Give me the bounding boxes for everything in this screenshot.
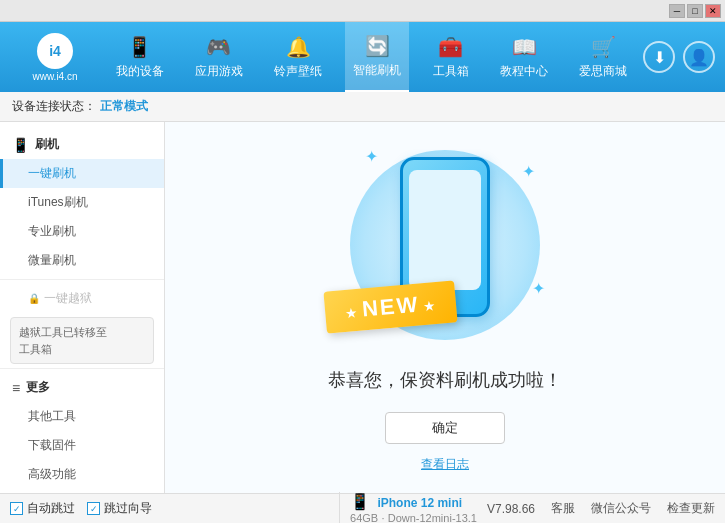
download-button[interactable]: ⬇: [643, 41, 675, 73]
sidebar: 📱 刷机 一键刷机 iTunes刷机 专业刷机 微量刷机 🔒 一键越狱 越狱工具…: [0, 122, 165, 493]
flash-section-icon: 📱: [12, 137, 29, 153]
itunes-flash-label: iTunes刷机: [28, 195, 88, 209]
sidebar-divider-2: [0, 368, 164, 369]
success-illustration: ✦ ✦ ✦ NEW: [335, 142, 555, 348]
bottom-right: V7.98.66 客服 微信公众号 检查更新: [487, 500, 715, 517]
nav-item-smart-shop-label: 智能刷机: [353, 62, 401, 79]
logo-area[interactable]: i4 www.i4.cn: [10, 33, 100, 82]
nav-item-ringtones[interactable]: 🔔 铃声壁纸: [266, 22, 330, 92]
sidebar-item-one-click-flash[interactable]: 一键刷机: [0, 159, 164, 188]
jailbreak-section-label: 一键越狱: [44, 290, 92, 307]
one-click-flash-label: 一键刷机: [28, 166, 76, 180]
lock-icon: 🔒: [28, 293, 40, 304]
nav-item-tutorials[interactable]: 📖 教程中心: [492, 22, 556, 92]
sidebar-section-flash[interactable]: 📱 刷机: [0, 130, 164, 159]
nav-item-apps-games[interactable]: 🎮 应用游戏: [187, 22, 251, 92]
nav-item-toolbox-label: 工具箱: [433, 63, 469, 80]
sidebar-item-pro-flash[interactable]: 专业刷机: [0, 217, 164, 246]
nav-item-my-device-label: 我的设备: [116, 63, 164, 80]
content-area: ✦ ✦ ✦ NEW 恭喜您，保资料刷机成功啦！ 确定 查看日志: [165, 122, 725, 493]
account-button[interactable]: 👤: [683, 41, 715, 73]
apps-games-icon: 🎮: [206, 35, 231, 59]
version-label: V7.98.66: [487, 502, 535, 516]
advanced-label: 高级功能: [28, 467, 76, 481]
smart-shop-icon: 🔄: [365, 34, 390, 58]
more-section-label: 更多: [26, 379, 50, 396]
sparkle-1: ✦: [365, 147, 378, 166]
logo-symbol: i4: [49, 43, 61, 59]
device-capacity: 64GB: [350, 512, 378, 523]
nav-item-my-device[interactable]: 📱 我的设备: [108, 22, 172, 92]
customer-service-link[interactable]: 客服: [551, 500, 575, 517]
maximize-button[interactable]: □: [687, 4, 703, 18]
sidebar-divider-1: [0, 279, 164, 280]
my-device-icon: 📱: [127, 35, 152, 59]
nav-item-tutorials-label: 教程中心: [500, 63, 548, 80]
device-icon: 📱: [350, 493, 370, 510]
auto-skip-checkbox-box[interactable]: [10, 502, 23, 515]
bottom-bar: 自动跳过 跳过向导 📱 iPhone 12 mini 64GB · Down-1…: [0, 493, 725, 523]
minimize-button[interactable]: ─: [669, 4, 685, 18]
feedback-link[interactable]: 查看日志: [421, 456, 469, 473]
skip-guide-label: 跳过向导: [104, 500, 152, 517]
confirm-button[interactable]: 确定: [385, 412, 505, 444]
wechat-public-link[interactable]: 微信公众号: [591, 500, 651, 517]
nav-items: 📱 我的设备 🎮 应用游戏 🔔 铃声壁纸 🔄 智能刷机 🧰 工具箱 📖 教程中心…: [100, 22, 643, 92]
status-value: 正常模式: [100, 98, 148, 115]
nav-item-smart-shop[interactable]: 🔄 智能刷机: [345, 22, 409, 92]
checkbox-area: 自动跳过 跳过向导: [10, 500, 329, 517]
titlebar: ─ □ ✕: [0, 0, 725, 22]
sidebar-item-advanced[interactable]: 高级功能: [0, 460, 164, 489]
sidebar-item-itunes-flash[interactable]: iTunes刷机: [0, 188, 164, 217]
sidebar-item-other-tools[interactable]: 其他工具: [0, 402, 164, 431]
device-name: iPhone 12 mini: [377, 496, 462, 510]
device-info: 📱 iPhone 12 mini 64GB · Down-12mini-13.1: [339, 492, 477, 523]
sparkle-2: ✦: [522, 162, 535, 181]
sparkle-3: ✦: [532, 279, 545, 298]
download-icon: ⬇: [653, 48, 666, 67]
sidebar-item-micro-flash[interactable]: 微量刷机: [0, 246, 164, 275]
micro-flash-label: 微量刷机: [28, 253, 76, 267]
flash-section-label: 刷机: [35, 136, 59, 153]
sidebar-section-jailbreak: 🔒 一键越狱: [0, 284, 164, 313]
pro-flash-label: 专业刷机: [28, 224, 76, 238]
skip-guide-checkbox-box[interactable]: [87, 502, 100, 515]
nav-item-shop[interactable]: 🛒 爱思商城: [571, 22, 635, 92]
close-button[interactable]: ✕: [705, 4, 721, 18]
logo-icon: i4: [37, 33, 73, 69]
success-message: 恭喜您，保资料刷机成功啦！: [328, 368, 562, 392]
toolbox-icon: 🧰: [438, 35, 463, 59]
other-tools-label: 其他工具: [28, 409, 76, 423]
logo-url: www.i4.cn: [32, 71, 77, 82]
skip-guide-checkbox[interactable]: 跳过向导: [87, 500, 152, 517]
download-firmware-label: 下载固件: [28, 438, 76, 452]
ringtones-icon: 🔔: [286, 35, 311, 59]
status-prefix: 设备连接状态：: [12, 98, 96, 115]
account-icon: 👤: [689, 48, 709, 67]
nav-right: ⬇ 👤: [643, 41, 715, 73]
top-navigation: i4 www.i4.cn 📱 我的设备 🎮 应用游戏 🔔 铃声壁纸 🔄 智能刷机…: [0, 22, 725, 92]
main-content: 📱 刷机 一键刷机 iTunes刷机 专业刷机 微量刷机 🔒 一键越狱 越狱工具…: [0, 122, 725, 493]
auto-skip-label: 自动跳过: [27, 500, 75, 517]
auto-skip-checkbox[interactable]: 自动跳过: [10, 500, 75, 517]
bottom-area: 自动跳过 跳过向导 📱 iPhone 12 mini 64GB · Down-1…: [0, 493, 725, 523]
nav-item-toolbox[interactable]: 🧰 工具箱: [425, 22, 477, 92]
shop-icon: 🛒: [591, 35, 616, 59]
jailbreak-notice: 越狱工具已转移至工具箱: [10, 317, 154, 364]
sidebar-section-more[interactable]: ≡ 更多: [0, 373, 164, 402]
phone-screen: [409, 170, 481, 290]
status-bar: 设备连接状态： 正常模式: [0, 92, 725, 122]
nav-item-shop-label: 爱思商城: [579, 63, 627, 80]
jailbreak-notice-text: 越狱工具已转移至工具箱: [19, 326, 107, 355]
nav-item-ringtones-label: 铃声壁纸: [274, 63, 322, 80]
device-os-value: Down-12mini-13.1: [388, 512, 477, 523]
more-section-icon: ≡: [12, 380, 20, 396]
tutorials-icon: 📖: [512, 35, 537, 59]
check-update-link[interactable]: 检查更新: [667, 500, 715, 517]
nav-item-apps-games-label: 应用游戏: [195, 63, 243, 80]
sidebar-item-download-firmware[interactable]: 下载固件: [0, 431, 164, 460]
